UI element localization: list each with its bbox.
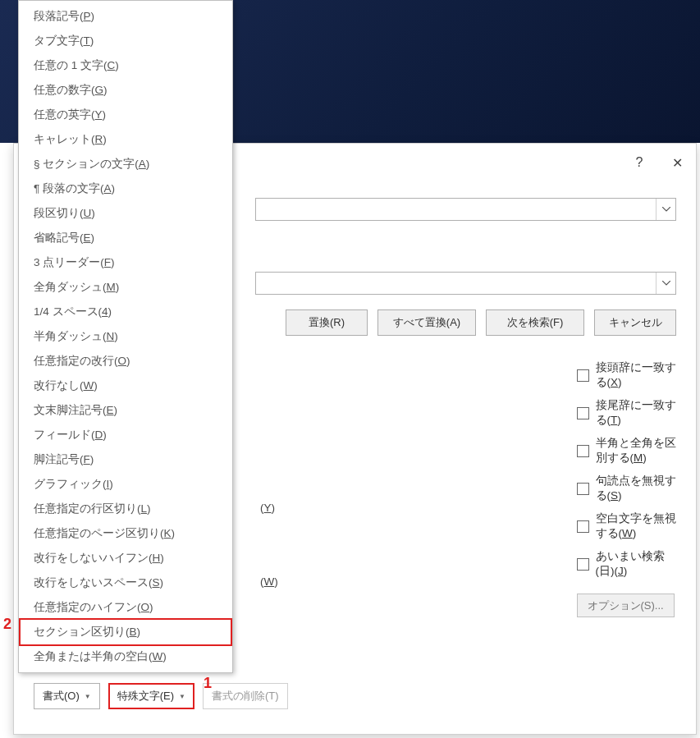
menu-item-22[interactable]: 改行をしないハイフン(H) [19, 546, 232, 571]
checkbox-icon [577, 483, 589, 495]
menu-item-6[interactable]: § セクションの文字(A) [19, 152, 232, 176]
chevron-down-icon [662, 281, 670, 286]
check-fuzzy-japanese[interactable]: あいまい検索 (日)(J) [577, 549, 677, 579]
dropdown-triangle-icon: ▼ [179, 693, 185, 700]
annotation-1: 1 [204, 675, 212, 692]
cancel-button[interactable]: キャンセル [594, 309, 676, 336]
find-field-row [255, 198, 676, 221]
check-label: 接頭辞に一致する(X) [596, 360, 677, 390]
checkbox-icon [577, 520, 589, 533]
check-label: 半角と全角を区別する(M) [596, 436, 677, 465]
left-hint-y: ((Y)Y) [260, 502, 275, 514]
menu-item-18[interactable]: 脚注記号(F) [19, 447, 232, 472]
replace-input[interactable] [256, 273, 656, 294]
checkbox-icon [577, 445, 589, 457]
annotation-2: 2 [3, 616, 11, 633]
find-combo[interactable] [255, 198, 676, 221]
menu-item-19[interactable]: グラフィック(I) [19, 472, 232, 497]
menu-item-15[interactable]: 改行なし(W) [19, 374, 232, 398]
dropdown-triangle-icon: ▼ [85, 693, 91, 700]
menu-item-4[interactable]: 任意の英字(Y) [19, 103, 232, 127]
menu-item-16[interactable]: 文末脚注記号(E) [19, 398, 232, 423]
help-button[interactable]: ? [620, 150, 658, 175]
options-button: オプション(S)... [577, 594, 675, 617]
menu-item-20[interactable]: 任意指定の行区切り(L) [19, 497, 232, 521]
check-suffix-match[interactable]: 接尾辞に一致する(T) [577, 398, 677, 428]
check-width-distinguish[interactable]: 半角と全角を区別する(M) [577, 436, 677, 465]
left-hint-w: (W) [260, 575, 278, 588]
bottom-buttons: 書式(O) ▼ 特殊文字(E) ▼ 書式の削除(T) [34, 683, 288, 709]
options-right-col: 接頭辞に一致する(X) 接尾辞に一致する(T) 半角と全角を区別する(M) 句読… [577, 360, 677, 613]
menu-item-11[interactable]: 全角ダッシュ(M) [19, 275, 232, 300]
menu-item-1[interactable]: タブ文字(T) [19, 29, 232, 53]
menu-item-3[interactable]: 任意の数字(G) [19, 78, 232, 103]
check-label: 句読点を無視する(S) [596, 474, 677, 503]
replace-dropdown[interactable] [656, 273, 675, 294]
options-button-wrap: オプション(S)... [577, 598, 677, 613]
menu-item-23[interactable]: 改行をしないスペース(S) [19, 571, 232, 595]
replace-button[interactable]: 置換(R) [286, 309, 368, 336]
menu-item-21[interactable]: 任意指定のページ区切り(K) [19, 521, 232, 546]
format-label: 書式(O) [43, 689, 80, 704]
find-input[interactable] [256, 199, 656, 220]
menu-item-5[interactable]: キャレット(R) [19, 127, 232, 152]
check-label: あいまい検索 (日)(J) [596, 549, 677, 579]
check-prefix-match[interactable]: 接頭辞に一致する(X) [577, 360, 677, 390]
check-ignore-punctuation[interactable]: 句読点を無視する(S) [577, 474, 677, 503]
menu-item-12[interactable]: 1/4 スペース(4) [19, 300, 232, 324]
menu-item-25[interactable]: セクション区切り(B) [19, 618, 232, 646]
menu-item-2[interactable]: 任意の 1 文字(C) [19, 53, 232, 78]
special-chars-menu: 段落記号(P)タブ文字(T)任意の 1 文字(C)任意の数字(G)任意の英字(Y… [18, 0, 233, 673]
chevron-down-icon [662, 207, 670, 212]
close-button[interactable]: ✕ [658, 150, 696, 175]
menu-item-24[interactable]: 任意指定のハイフン(O) [19, 595, 232, 620]
menu-item-14[interactable]: 任意指定の改行(O) [19, 349, 232, 374]
special-chars-button[interactable]: 特殊文字(E) ▼ [108, 683, 194, 709]
checkbox-icon [577, 369, 589, 382]
menu-item-7[interactable]: ¶ 段落の文字(A) [19, 176, 232, 201]
remove-format-label: 書式の削除(T) [212, 689, 279, 704]
special-label: 特殊文字(E) [117, 689, 174, 704]
find-next-button[interactable]: 次を検索(F) [486, 309, 584, 336]
checkbox-icon [577, 407, 589, 419]
check-label: 接尾辞に一致する(T) [596, 398, 677, 428]
menu-item-10[interactable]: 3 点リーダー(F) [19, 250, 232, 275]
format-button[interactable]: 書式(O) ▼ [34, 683, 100, 709]
menu-item-13[interactable]: 半角ダッシュ(N) [19, 324, 232, 349]
check-label: 空白文字を無視する(W) [596, 511, 677, 541]
replace-combo[interactable] [255, 272, 676, 295]
remove-format-button: 書式の削除(T) [203, 683, 288, 709]
replace-field-row [255, 272, 676, 295]
check-ignore-whitespace[interactable]: 空白文字を無視する(W) [577, 511, 677, 541]
replace-all-button[interactable]: すべて置換(A) [377, 309, 476, 336]
menu-item-9[interactable]: 省略記号(E) [19, 226, 232, 250]
menu-item-8[interactable]: 段区切り(U) [19, 201, 232, 226]
checkbox-icon [577, 558, 589, 571]
menu-item-0[interactable]: 段落記号(P) [19, 4, 232, 29]
menu-item-26[interactable]: 全角または半角の空白(W) [19, 644, 232, 669]
find-dropdown[interactable] [656, 199, 675, 220]
menu-item-17[interactable]: フィールド(D) [19, 423, 232, 447]
